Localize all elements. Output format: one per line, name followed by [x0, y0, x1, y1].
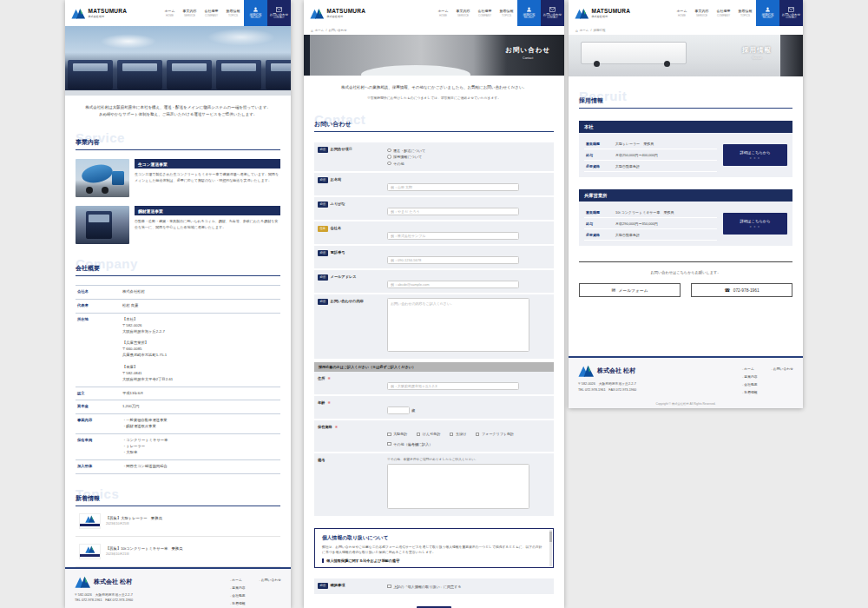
nav-topics[interactable]: 新着情報TOPICS	[222, 9, 244, 17]
nav-topics[interactable]: 新着情報TOPICS	[496, 9, 517, 17]
logo[interactable]: MATSUMURA株式会社 松村	[575, 8, 630, 19]
footer-link-service[interactable]: 事業内容	[230, 585, 246, 590]
footer-link-company[interactable]: 会社概要	[742, 382, 758, 387]
intro-line-1: 株式会社松村は大阪府柏原市に本社を構え、運送・配送をメインに物流システムの一端を…	[65, 104, 291, 111]
job-row: 必要資格大型自動車免許	[584, 161, 717, 172]
checkbox-license-other[interactable]: その他（備考欄に記入）	[387, 442, 549, 446]
form-row-qualification: 保有資格※ 大型免許 けん引免許 玉掛け フォークリフト免許 その他（備考欄に記…	[314, 420, 554, 453]
home-intro: 株式会社松村は大阪府柏原市に本社を構え、運送・配送をメインに物流システムの一端を…	[65, 104, 291, 118]
nav-service[interactable]: 事業内容SERVICE	[452, 9, 474, 17]
job-row: 募集職種大型トレーラー 乗務員	[584, 138, 717, 149]
nav-service[interactable]: 事業内容SERVICE	[691, 9, 713, 17]
breadcrumb-home[interactable]: ホーム	[580, 29, 589, 32]
copyright: Copyright © 株式会社松村 All Rights Reserved.	[578, 402, 793, 406]
address-input[interactable]	[387, 382, 519, 391]
news-date: 2023年10月21日	[106, 552, 182, 556]
hero-shadow-edge	[304, 35, 310, 76]
table-row: 所在地【本社】 〒582-0026 大阪府柏原市旭ヶ丘2-2-7 【兵庫営業所】…	[76, 314, 280, 387]
checkbox-license-large[interactable]: 大型免許	[387, 432, 407, 436]
logo-mountain-icon	[578, 365, 595, 377]
nav-company[interactable]: 会社概要COMPANY	[713, 9, 734, 17]
required-badge: 必須	[318, 250, 328, 256]
agree-checkbox[interactable]: 上記の「個人情報の取り扱い」に同意する	[387, 585, 549, 589]
privacy-scrollbar[interactable]	[549, 530, 552, 566]
news-title: 【募集】10tコンクリートミキサー車 乗務員	[106, 546, 182, 551]
nav-company[interactable]: 会社概要COMPANY	[474, 9, 496, 17]
job-row: 給与月収250,000円〜400,000円	[584, 149, 717, 161]
checkbox-license-sling[interactable]: 玉掛け	[450, 432, 466, 436]
privacy-subheading: 個人情報保護に関する法令および規範の遵守	[322, 558, 544, 563]
nav-home[interactable]: ホームHOME	[673, 9, 691, 17]
radio-topic-delivery[interactable]: 運送・配送について	[387, 149, 549, 153]
footer-logo[interactable]: 株式会社 松村	[578, 365, 636, 377]
footer-link-home[interactable]: ホーム	[230, 578, 246, 582]
news-item[interactable]: 【募集】大型トレーラー 乗務員2023年10月25日	[76, 506, 280, 537]
truck-shape	[167, 60, 212, 89]
breadcrumb-separator: /	[590, 29, 591, 32]
nav-topics[interactable]: 新着情報TOPICS	[734, 9, 756, 17]
radio-topic-recruit[interactable]: 採用情報について	[387, 155, 549, 159]
logo[interactable]: MATSUMURA株式会社 松村	[310, 8, 365, 19]
footer-link-topics[interactable]: 新着情報	[742, 390, 758, 394]
footer-link-home[interactable]: ホーム	[742, 367, 758, 371]
job-detail-button[interactable]: 詳細はこちらから＞＞＞	[723, 144, 787, 166]
company-input[interactable]	[387, 232, 519, 241]
checkbox-license-tow[interactable]: けん引免許	[417, 432, 441, 436]
footer-link-company[interactable]: 会社概要	[230, 593, 246, 598]
nav-home[interactable]: ホームHOME	[161, 9, 179, 17]
logo-text: MATSUMURA	[327, 8, 366, 14]
truck-shape	[581, 42, 687, 64]
nav-service[interactable]: 事業内容SERVICE	[179, 9, 201, 17]
nav-recruit-button[interactable]: 採用情報RECRUIT	[756, 0, 779, 26]
form-row-name: 必須お名前	[314, 173, 554, 197]
nav-recruit-button[interactable]: 採用情報RECRUIT	[517, 0, 541, 26]
footer-nav: ホーム 事業内容 会社概要 新着情報 お問い合わせ	[742, 365, 793, 394]
checkbox-icon	[450, 433, 454, 437]
news-item[interactable]: 【募集】10tコンクリートミキサー車 乗務員2023年10月21日	[76, 537, 280, 567]
nav-company[interactable]: 会社概要COMPANY	[201, 9, 222, 17]
service-title: 鋼材運送事業	[135, 206, 280, 215]
topics-section: Topics新着情報 【募集】大型トレーラー 乗務員2023年10月25日 【募…	[65, 474, 291, 567]
email-input[interactable]	[387, 281, 519, 289]
remarks-textarea[interactable]	[387, 464, 529, 509]
footer-link-contact[interactable]: お問い合わせ	[260, 578, 281, 582]
privacy-policy-box[interactable]: 個人情報の取り扱いについて 弊社は、お問い合わせやご応募などの各種フォーム送信サ…	[314, 528, 554, 568]
checkbox-license-forklift[interactable]: フォークリフト免許	[476, 432, 514, 436]
nav-recruit-button[interactable]: 採用情報RECRUIT	[244, 0, 267, 26]
job-detail-button[interactable]: 詳細はこちらから＞＞＞	[723, 213, 787, 235]
name-input[interactable]	[387, 183, 519, 192]
breadcrumb-home[interactable]: ホーム	[315, 29, 325, 32]
footer-link-topics[interactable]: 新着情報	[230, 601, 246, 605]
site-header: MATSUMURA株式会社 松村 ホームHOME 事業内容SERVICE 会社概…	[304, 0, 564, 26]
logo-subtext: 株式会社 松村	[327, 15, 366, 18]
footer-link-contact[interactable]: お問い合わせ	[772, 367, 793, 371]
person-icon	[526, 7, 532, 12]
topics-heading: 新着情報	[76, 494, 280, 503]
recruit-page: MATSUMURA株式会社 松村 ホームHOME 事業内容SERVICE 会社概…	[569, 0, 803, 408]
logo[interactable]: MATSUMURA株式会社 松村	[71, 8, 127, 19]
nav-contact-button[interactable]: お問い合わせCONTACT	[267, 0, 291, 26]
footer-logo[interactable]: 株式会社 松村	[75, 576, 133, 588]
footer-nav: ホーム 事業内容 会社概要 新着情報 お問い合わせ	[230, 576, 281, 605]
radio-topic-other[interactable]: その他	[387, 162, 549, 166]
logo-subtext: 株式会社 松村	[89, 15, 128, 18]
logo-mountain-icon	[575, 8, 589, 19]
footer-address: 〒582-0026 大阪府柏原市旭ヶ丘2-2-7TEL 072-978-1961…	[75, 592, 133, 605]
age-input[interactable]	[387, 406, 410, 415]
nav-contact-button[interactable]: お問い合わせCONTACT	[779, 0, 803, 26]
breadcrumb-current: 採用情報	[593, 29, 605, 32]
phone-button[interactable]: ☎072-978-1961	[691, 283, 792, 297]
form-row-email: 必須メールアドレス	[314, 270, 554, 294]
mail-form-button[interactable]: ✉メールフォーム	[579, 283, 681, 297]
footer-company-name: 株式会社 松村	[94, 578, 132, 586]
required-mark: ※	[335, 425, 338, 429]
kana-input[interactable]	[387, 208, 519, 216]
home-icon: ⌂	[311, 29, 313, 33]
nav-contact-button[interactable]: お問い合わせCONTACT	[541, 0, 564, 26]
phone-input[interactable]	[387, 256, 519, 265]
message-textarea[interactable]	[387, 298, 529, 352]
office-name: 本社	[579, 121, 792, 133]
footer-link-service[interactable]: 事業内容	[742, 374, 758, 379]
required-badge: 必須	[318, 177, 328, 183]
nav-home[interactable]: ホームHOME	[434, 9, 452, 17]
